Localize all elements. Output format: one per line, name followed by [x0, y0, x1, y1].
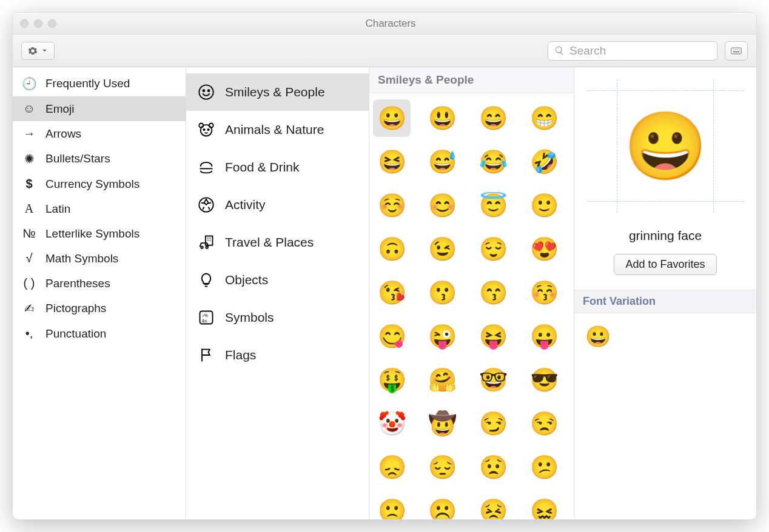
emoji-cell[interactable]: ☹️ [424, 492, 462, 519]
glyph-preview: 😀 [586, 79, 744, 213]
sidebar-item-arrows[interactable]: → Arrows [13, 121, 186, 146]
emoji-cell[interactable]: 😆 [373, 143, 411, 181]
category-food-drink[interactable]: Food & Drink [186, 148, 369, 186]
emoji-cell[interactable]: 😕 [525, 448, 563, 486]
sidebar-categories: Smileys & People Animals & Nature Food &… [186, 67, 369, 519]
letter-a-icon: A [21, 202, 37, 216]
category-travel-places[interactable]: Travel & Places [186, 224, 369, 261]
sidebar-item-latin[interactable]: A Latin [13, 196, 186, 221]
sidebar-item-frequently-used[interactable]: 🕘 Frequently Used [13, 71, 186, 96]
search-input[interactable]: Search [548, 41, 717, 61]
sidebar-item-label: Emoji [45, 102, 75, 116]
emoji-cell[interactable]: 🙁 [373, 492, 411, 519]
sidebar-item-pictographs[interactable]: ✍︎ Pictographs [13, 296, 186, 321]
characters-window: Characters Search 🕘 Frequently Used ☺ Em… [12, 12, 757, 520]
emoji-cell[interactable]: ☺️ [373, 187, 411, 224]
sidebar-item-label: Frequently Used [45, 77, 130, 90]
sidebar-item-label: Currency Symbols [45, 178, 139, 191]
emoji-cell[interactable]: 😋 [373, 318, 411, 355]
emoji-cell[interactable]: 😛 [525, 318, 563, 355]
emoji-cell[interactable]: 😜 [424, 318, 462, 355]
emoji-cell[interactable]: 😝 [475, 318, 512, 355]
emoji-cell[interactable]: 😉 [424, 230, 462, 268]
emoji-cell[interactable]: 😗 [424, 274, 462, 311]
emoji-cell[interactable]: 😟 [475, 448, 512, 486]
emoji-cell[interactable]: 🤗 [424, 361, 462, 399]
emoji-grid-column: Smileys & People 😀😃😄😁😆😅😂🤣☺️😊😇🙂🙃😉😌😍😘😗😙😚😋😜… [369, 67, 574, 519]
emoji-cell[interactable]: 😌 [475, 230, 512, 268]
emoji-cell[interactable]: 😏 [475, 405, 512, 442]
emoji-cell[interactable]: 😅 [424, 143, 462, 181]
svg-point-7 [203, 129, 204, 130]
emoji-cell[interactable]: 🤠 [424, 405, 462, 442]
grid-header: Smileys & People [369, 67, 574, 93]
svg-point-11 [201, 246, 203, 248]
emoji-cell[interactable]: 🤣 [525, 143, 563, 181]
emoji-cell[interactable]: 🙃 [373, 230, 411, 268]
category-activity[interactable]: Activity [186, 186, 369, 224]
sidebar-item-parentheses[interactable]: ( ) Parentheses [13, 271, 186, 296]
keyboard-viewer-button[interactable] [725, 41, 748, 61]
minimize-dot[interactable] [34, 19, 42, 28]
sidebar-item-letterlike[interactable]: № Letterlike Symbols [13, 221, 186, 246]
emoji-cell[interactable]: 😄 [475, 99, 512, 137]
emoji-cell[interactable]: 😔 [424, 448, 462, 486]
numero-icon: № [21, 227, 37, 241]
emoji-cell[interactable]: 🤓 [475, 361, 512, 399]
emoji-cell[interactable]: 😇 [475, 187, 512, 224]
emoji-grid-scroll[interactable]: 😀😃😄😁😆😅😂🤣☺️😊😇🙂🙃😉😌😍😘😗😙😚😋😜😝😛🤑🤗🤓😎🤡🤠😏😒😞😔😟😕🙁☹️… [369, 93, 574, 519]
dollar-icon: $ [21, 177, 37, 191]
svg-point-1 [199, 85, 213, 99]
symbols-grid-icon: ♪%&x [197, 308, 215, 327]
emoji-cell[interactable]: 😊 [424, 187, 462, 224]
category-flags[interactable]: Flags [186, 336, 369, 374]
close-dot[interactable] [20, 19, 29, 28]
emoji-cell[interactable]: 😙 [475, 274, 512, 311]
body: 🕘 Frequently Used ☺ Emoji → Arrows ✺ Bul… [13, 67, 756, 519]
arrow-icon: → [21, 127, 37, 141]
sidebar-item-punctuation[interactable]: •, Punctuation [13, 321, 186, 346]
sidebar-item-emoji[interactable]: ☺ Emoji [13, 96, 186, 121]
star-icon: ✺ [21, 151, 37, 166]
zoom-dot[interactable] [48, 19, 56, 28]
category-label: Animals & Nature [225, 122, 324, 137]
emoji-cell[interactable]: 😁 [525, 99, 563, 137]
soccer-icon [197, 196, 215, 214]
emoji-cell[interactable]: 😍 [525, 230, 563, 268]
sidebar-item-currency[interactable]: $ Currency Symbols [13, 171, 186, 196]
emoji-cell[interactable]: 😒 [525, 405, 563, 442]
emoji-cell[interactable]: 😘 [373, 274, 411, 311]
emoji-cell[interactable]: 😚 [525, 274, 563, 311]
emoji-cell[interactable]: 😣 [475, 492, 512, 519]
category-symbols[interactable]: ♪%&x Symbols [186, 299, 369, 336]
titlebar: Characters [13, 13, 756, 35]
sidebar-item-label: Math Symbols [45, 252, 118, 265]
category-objects[interactable]: Objects [186, 261, 369, 299]
category-smileys-people[interactable]: Smileys & People [186, 73, 369, 111]
sidebar-item-label: Bullets/Stars [45, 152, 110, 165]
emoji-cell[interactable]: 😂 [475, 143, 512, 181]
sidebar-item-math[interactable]: √ Math Symbols [13, 246, 186, 271]
flag-icon [197, 346, 215, 364]
svg-rect-0 [731, 48, 742, 54]
emoji-cell[interactable]: 😎 [525, 361, 563, 399]
emoji-cell[interactable]: 😃 [424, 99, 462, 137]
keyboard-icon [730, 45, 742, 57]
font-variation-glyph[interactable]: 😀 [574, 313, 756, 359]
add-to-favorites-button[interactable]: Add to Favorites [614, 254, 716, 275]
emoji-cell[interactable]: 🙂 [525, 187, 563, 224]
emoji-cell[interactable]: 🤡 [373, 405, 411, 442]
emoji-cell[interactable]: 😀 [373, 99, 411, 137]
smile-outline-icon [197, 83, 215, 101]
gear-menu-button[interactable] [21, 42, 55, 60]
emoji-cell[interactable]: 🤑 [373, 361, 411, 399]
category-animals-nature[interactable]: Animals & Nature [186, 111, 369, 148]
details-pane: 😀 grinning face Add to Favorites Font Va… [574, 67, 756, 519]
emoji-cell[interactable]: 😞 [373, 448, 411, 486]
chevron-down-icon [41, 47, 48, 54]
emoji-grid: 😀😃😄😁😆😅😂🤣☺️😊😇🙂🙃😉😌😍😘😗😙😚😋😜😝😛🤑🤗🤓😎🤡🤠😏😒😞😔😟😕🙁☹️… [373, 99, 570, 519]
emoji-cell[interactable]: 😖 [525, 492, 563, 519]
search-icon [554, 45, 565, 56]
category-label: Activity [225, 198, 266, 212]
sidebar-item-bullets-stars[interactable]: ✺ Bullets/Stars [13, 146, 186, 171]
